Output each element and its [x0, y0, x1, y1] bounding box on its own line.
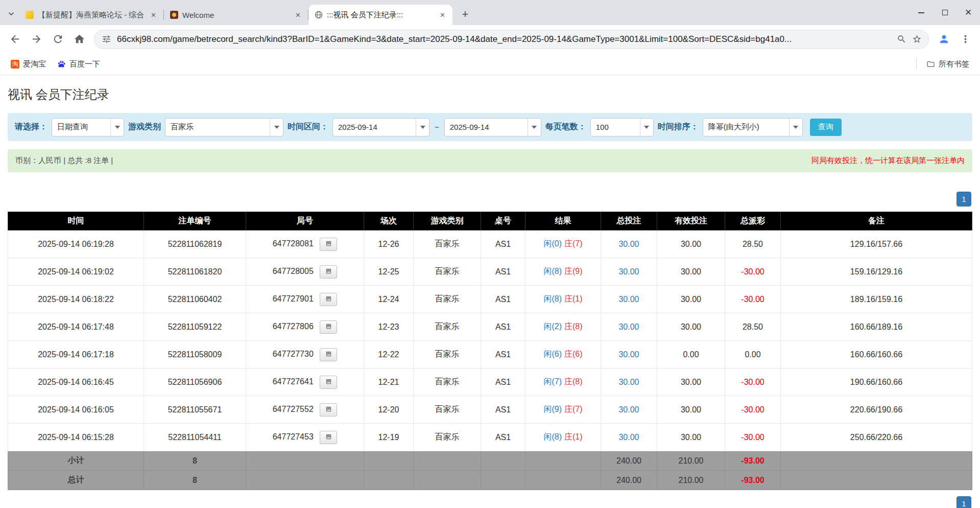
date-start-select[interactable]: 2025-09-14 [332, 118, 429, 136]
cell-note: 220.66/190.66 [781, 396, 972, 424]
chevron-down-icon[interactable] [416, 119, 429, 136]
summary-bar: 币别：人民币 | 总共 :8 注单 | 同局有效投注，统一计算在该局第一张注单内 [8, 149, 972, 172]
search-button[interactable]: 查询 [810, 119, 842, 136]
site-settings-icon[interactable] [99, 32, 114, 47]
page-title: 视讯 会员下注纪录 [8, 86, 972, 103]
total-bet-link[interactable]: 30.00 [618, 240, 639, 248]
bookmark-taobao[interactable]: 爱淘宝 [6, 57, 51, 72]
total-bet-link[interactable]: 30.00 [618, 350, 639, 359]
home-icon [74, 33, 85, 45]
cell-valid-bet: 30.00 [657, 424, 725, 451]
cell-table: AS1 [481, 424, 525, 451]
total-bet-link[interactable]: 30.00 [618, 433, 639, 442]
view-cards-button[interactable] [320, 238, 337, 251]
query-type-value: 日期查询 [52, 119, 110, 136]
picture-icon [325, 268, 332, 274]
col-header-bet-id: 注单编号 [144, 212, 246, 230]
cell-payout: 28.50 [725, 313, 781, 341]
game-type-select[interactable]: 百家乐 [165, 118, 283, 136]
total-row: 总计 8 240.00 210.00 -93.00 [8, 471, 972, 490]
cell-session: 12-26 [364, 230, 414, 258]
url-text[interactable]: 66cxkj98.com/game/betrecord_search/kind3… [117, 34, 891, 44]
view-cards-button[interactable] [320, 431, 337, 444]
view-cards-button[interactable] [320, 320, 337, 334]
total-total-bet: 240.00 [601, 471, 657, 490]
total-bet-link[interactable]: 30.00 [618, 322, 639, 331]
tab-search-button[interactable] [3, 5, 19, 23]
cell-game-type: 百家乐 [414, 368, 481, 396]
cell-result: 闲(6)庄(6) [525, 341, 601, 368]
empty-cell [414, 471, 481, 490]
bookmarks-bar: 爱淘宝 百度一下 所有书签 [0, 53, 980, 75]
chevron-down-icon[interactable] [789, 119, 802, 136]
cell-bet-id: 522811054411 [144, 424, 246, 451]
view-cards-button[interactable] [320, 403, 337, 417]
table-row: 2025-09-14 06:18:22 522811060402 6477279… [8, 286, 972, 313]
cell-valid-bet: 30.00 [657, 286, 725, 313]
cell-game-type: 百家乐 [414, 341, 481, 368]
chevron-down-icon[interactable] [110, 119, 124, 136]
result-banker: 庄(7) [564, 239, 583, 248]
profile-button[interactable] [934, 30, 953, 49]
baidu-paw-icon [57, 60, 66, 68]
total-count: 8 [144, 471, 246, 490]
page-1-button[interactable]: 1 [957, 496, 971, 508]
round-number: 647728005 [273, 267, 314, 275]
date-end-select[interactable]: 2025-09-14 [444, 118, 541, 136]
new-tab-button[interactable]: + [458, 7, 473, 22]
cell-valid-bet: 0.00 [657, 341, 725, 368]
cell-result: 闲(8)庄(1) [525, 424, 601, 451]
view-cards-button[interactable] [320, 293, 337, 306]
close-button[interactable]: ✕ [957, 0, 980, 25]
all-bookmarks-button[interactable]: 所有书签 [922, 57, 974, 72]
forward-button[interactable] [27, 30, 46, 49]
view-cards-button[interactable] [320, 376, 337, 389]
reload-button[interactable] [48, 30, 67, 49]
bookmark-star-icon[interactable] [909, 32, 924, 47]
maximize-button[interactable] [933, 0, 957, 25]
result-player: 闲(8) [543, 432, 562, 441]
total-bet-link[interactable]: 30.00 [618, 378, 639, 386]
page-size-select[interactable]: 100 [590, 118, 654, 136]
total-payout: -93.00 [725, 471, 781, 490]
col-header-result: 结果 [525, 212, 601, 230]
minimize-button[interactable] [910, 0, 933, 25]
cell-session: 12-20 [364, 396, 414, 424]
tab-close-icon[interactable]: ✕ [438, 10, 447, 20]
chevron-down-icon[interactable] [640, 119, 653, 136]
cell-table: AS1 [481, 341, 525, 368]
cell-bet-id: 522811062819 [144, 230, 246, 258]
chevron-down-icon[interactable] [528, 119, 541, 136]
tab-betrecord-active[interactable]: :::视讯 会员下注纪录::: ✕ [308, 5, 452, 25]
subtotal-total-bet: 240.00 [601, 451, 657, 471]
chevron-down-icon[interactable] [270, 119, 283, 136]
tab-welcome[interactable]: Welcome ✕ [164, 5, 308, 25]
tab-forum[interactable]: 【新提醒】海燕策略论坛 - 综合 ✕ [19, 5, 163, 25]
view-cards-button[interactable] [320, 348, 337, 361]
subtotal-valid-bet: 210.00 [657, 451, 725, 471]
forward-arrow-icon [31, 33, 42, 45]
back-button[interactable] [5, 30, 25, 49]
empty-cell [364, 471, 414, 490]
cell-result: 闲(8)庄(9) [525, 258, 601, 286]
total-bet-link[interactable]: 30.00 [618, 267, 639, 276]
table-row: 2025-09-14 06:19:02 522811061820 6477280… [8, 258, 972, 286]
address-bar[interactable]: 66cxkj98.com/game/betrecord_search/kind3… [94, 30, 929, 49]
picture-icon [325, 240, 332, 247]
view-cards-button[interactable] [320, 265, 337, 279]
cell-session: 12-25 [364, 258, 414, 286]
menu-button[interactable] [955, 30, 975, 49]
tab-close-icon[interactable]: ✕ [149, 10, 158, 20]
total-bet-link[interactable]: 30.00 [618, 295, 639, 304]
result-banker: 庄(7) [564, 405, 583, 413]
bookmark-label: 爱淘宝 [23, 59, 46, 69]
home-button[interactable] [69, 30, 89, 49]
query-type-select[interactable]: 日期查询 [52, 118, 124, 136]
tab-close-icon[interactable]: ✕ [293, 10, 303, 20]
page-1-button[interactable]: 1 [957, 192, 971, 206]
zoom-icon[interactable] [894, 32, 909, 47]
sort-select[interactable]: 降幂(由大到小) [703, 118, 803, 136]
total-bet-link[interactable]: 30.00 [618, 405, 639, 414]
col-header-note: 备注 [781, 212, 972, 230]
bookmark-baidu[interactable]: 百度一下 [53, 57, 105, 72]
